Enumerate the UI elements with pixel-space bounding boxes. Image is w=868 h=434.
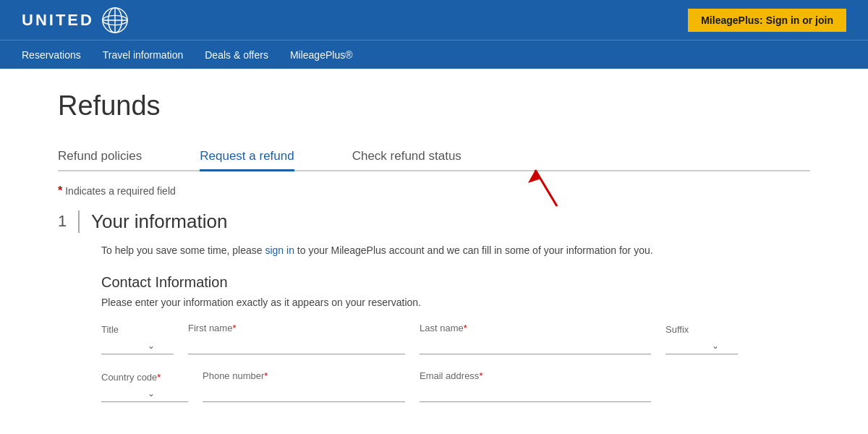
helper-text: To help you save some time, please sign … (101, 243, 810, 258)
form-row-1: Title ⌄ First name* Last name* Suffix (101, 323, 810, 354)
contact-section: Contact Information Please enter your in… (101, 274, 810, 402)
suffix-chevron-icon: ⌄ (712, 341, 719, 351)
logo-text: UNITED (22, 11, 94, 30)
required-note-text: Indicates a required field (65, 185, 176, 197)
required-star: * (58, 184, 62, 197)
header-top: UNITED MileagePlus: Sign in or join (0, 0, 868, 40)
annotation-arrow (514, 163, 571, 213)
nav-item-travel-information[interactable]: Travel information (103, 49, 184, 61)
title-field: Title ⌄ (101, 324, 174, 354)
page-title: Refunds (58, 90, 810, 122)
email-required: * (479, 370, 482, 381)
logo-globe-icon (101, 7, 129, 34)
nav-item-mileageplus[interactable]: MileagePlus® (290, 49, 353, 61)
nav-item-reservations[interactable]: Reservations (22, 49, 81, 61)
tabs-container: Refund policies Request a refund Check r… (58, 143, 810, 171)
svg-marker-6 (528, 170, 541, 183)
lastname-label: Last name* (420, 323, 651, 333)
tab-refund-policies[interactable]: Refund policies (58, 143, 142, 171)
section-title: Your information (91, 210, 227, 233)
countrycode-select[interactable]: ⌄ (101, 386, 188, 402)
lastname-required: * (464, 323, 467, 333)
nav-bar: Reservations Travel information Deals & … (0, 40, 868, 69)
lastname-field: Last name* (420, 323, 651, 354)
title-select[interactable]: ⌄ (101, 338, 174, 354)
email-field-container: Email address* (420, 370, 651, 402)
helper-text-before: To help you save some time, please (101, 244, 265, 256)
phone-required: * (264, 370, 268, 381)
title-label: Title (101, 324, 174, 335)
phone-input[interactable] (203, 384, 405, 402)
logo-area: UNITED (22, 7, 129, 34)
email-input[interactable] (420, 384, 651, 402)
helper-text-after: to your MileagePlus account and we can f… (294, 244, 653, 256)
firstname-input[interactable] (188, 336, 405, 354)
countrycode-label: Country code* (101, 372, 188, 383)
required-field-area: * Indicates a required field (58, 184, 810, 197)
suffix-select[interactable]: ⌄ (665, 338, 738, 354)
required-note: * Indicates a required field (58, 184, 810, 197)
email-label: Email address* (420, 370, 651, 381)
main-content: Refunds Refund policies Request a refund… (0, 69, 868, 434)
phone-label: Phone number* (203, 370, 405, 381)
sign-in-link[interactable]: sign in (265, 244, 294, 256)
suffix-field: Suffix ⌄ (665, 324, 738, 354)
firstname-field: First name* (188, 323, 405, 354)
tab-check-refund-status[interactable]: Check refund status (352, 143, 461, 171)
contact-subtitle: Please enter your information exactly as… (101, 297, 810, 308)
firstname-required: * (232, 323, 236, 333)
contact-title: Contact Information (101, 274, 810, 291)
firstname-label: First name* (188, 323, 405, 333)
countrycode-chevron-icon: ⌄ (148, 388, 155, 399)
countrycode-field: Country code* ⌄ (101, 372, 188, 402)
form-row-2: Country code* ⌄ Phone number* Email addr… (101, 370, 810, 402)
phone-field: Phone number* (203, 370, 405, 402)
tab-request-refund[interactable]: Request a refund (200, 143, 294, 171)
nav-item-deals-offers[interactable]: Deals & offers (205, 49, 268, 61)
countrycode-required: * (157, 372, 161, 383)
section-header: 1 Your information (58, 210, 810, 233)
section-number: 1 (58, 210, 80, 233)
mileageplus-signin-button[interactable]: MileagePlus: Sign in or join (688, 9, 846, 32)
title-chevron-icon: ⌄ (148, 341, 155, 351)
suffix-label: Suffix (665, 324, 738, 335)
lastname-input[interactable] (420, 336, 651, 354)
